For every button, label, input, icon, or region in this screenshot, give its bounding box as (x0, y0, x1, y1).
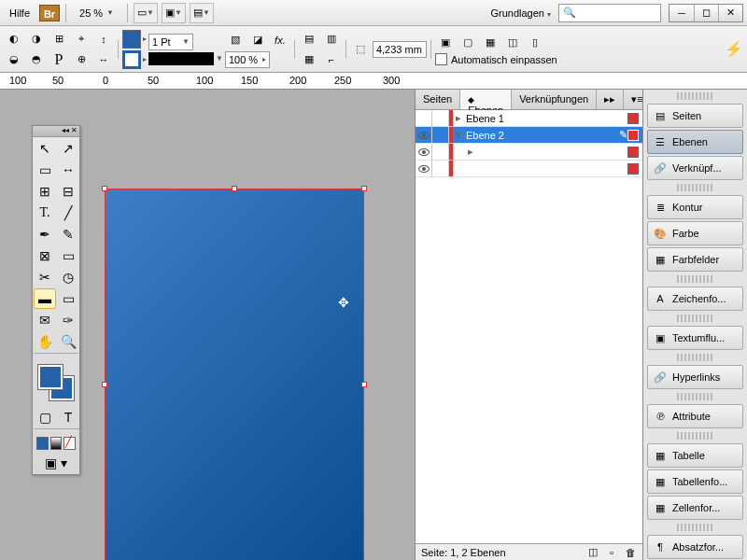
tool-icon-b4[interactable]: ⊕ (71, 50, 92, 69)
chevron-down-icon[interactable]: ▼ (216, 54, 223, 63)
zoom-dropdown[interactable]: 25 % ▼ (72, 7, 121, 19)
tab-ebenen[interactable]: ◆ Ebenen (460, 90, 512, 109)
stroke-swatch[interactable] (122, 50, 141, 69)
dock-button-verknpf[interactable]: 🔗Verknüpf... (647, 156, 743, 180)
lock-toggle[interactable] (432, 110, 449, 127)
opacity-field[interactable]: 100 %▸ (225, 51, 270, 68)
selection-proxy[interactable] (627, 130, 639, 141)
quick-apply-icon[interactable]: ⚡ (725, 40, 743, 58)
textwrap-icon-2[interactable]: ▥ (321, 30, 342, 49)
fitting-icon-2[interactable]: ▢ (458, 33, 478, 51)
view-mode-toggle[interactable]: ▣ ▾ (34, 453, 78, 473)
tool-icon-b5[interactable]: ↔ (93, 50, 114, 69)
selection-handle[interactable] (232, 186, 237, 191)
layer-row[interactable]: ▾Ebene 2✎ (416, 127, 642, 144)
tab-seiten[interactable]: Seiten (416, 90, 460, 109)
textwrap-icon-3[interactable]: ▦ (299, 50, 319, 69)
new-sublayer-icon[interactable]: ◫ (586, 546, 599, 559)
autofit-checkbox[interactable] (435, 53, 447, 65)
content-collector-tool[interactable]: ⊞ (34, 181, 56, 202)
eyedropper-tool[interactable]: ✑ (57, 310, 79, 330)
screen-mode-button[interactable]: ▣▼ (162, 3, 186, 23)
dock-button-hyperlinks[interactable]: 🔗Hyperlinks (647, 365, 743, 389)
fill-color[interactable] (38, 365, 63, 389)
gradient-swatch-tool[interactable]: ▬ (34, 288, 56, 309)
dock-grip[interactable] (677, 354, 713, 361)
textwrap-icon-1[interactable]: ▤ (299, 30, 319, 49)
gradient-feather-tool[interactable]: ▭ (57, 288, 79, 309)
line-tool[interactable]: ╱ (57, 203, 79, 223)
dropshadow-icon[interactable]: ◪ (247, 31, 268, 49)
fx-none-icon[interactable]: ▧ (225, 31, 246, 49)
gap-tool[interactable]: ↔ (57, 160, 79, 180)
dock-button-farbe[interactable]: 🎨Farbe (647, 221, 743, 245)
dock-button-tabelle[interactable]: ▦Tabelle (647, 443, 743, 468)
dock-grip[interactable] (677, 524, 713, 531)
page-tool[interactable]: ▭ (34, 160, 56, 180)
new-layer-icon[interactable]: ▫ (605, 546, 618, 559)
tool-icon-b2[interactable]: ◓ (26, 50, 47, 69)
stroke-weight-field[interactable]: 1 Pt▼ (148, 34, 193, 50)
apply-container-icon[interactable]: ▢ (34, 407, 56, 427)
bridge-button[interactable]: Br (39, 5, 60, 21)
apply-color[interactable] (36, 437, 49, 450)
tool-icon-b3[interactable]: P (49, 50, 69, 69)
dock-button-farbfelder[interactable]: ▦Farbfelder (647, 247, 743, 272)
dock-grip[interactable] (677, 92, 713, 100)
fill-swatch[interactable] (122, 30, 141, 49)
tool-icon-a3[interactable]: ⊞ (49, 30, 69, 49)
delete-layer-icon[interactable]: 🗑 (624, 546, 637, 559)
lock-toggle[interactable] (432, 127, 449, 144)
selection-proxy[interactable] (627, 163, 639, 175)
minimize-button[interactable]: ─ (669, 5, 694, 21)
fitting-icon-4[interactable]: ◫ (502, 33, 523, 51)
apply-gradient[interactable] (50, 437, 63, 450)
tool-icon-b1[interactable]: ◒ (4, 50, 24, 69)
disclosure-triangle[interactable]: ▸ (453, 112, 464, 124)
corner-size-field[interactable]: 4,233 mm (373, 41, 427, 58)
selection-handle[interactable] (102, 186, 107, 191)
dock-grip[interactable] (677, 275, 713, 283)
corner-options-icon[interactable]: ⬚ (350, 40, 371, 59)
scissors-tool[interactable]: ✂ (34, 267, 56, 287)
fitting-icon-5[interactable]: ▯ (525, 33, 545, 51)
selection-handle[interactable] (361, 382, 367, 387)
content-placer-tool[interactable]: ⊟ (57, 181, 79, 202)
close-button[interactable]: ✕ (718, 5, 742, 21)
view-options-button[interactable]: ▭▼ (134, 3, 158, 23)
dock-grip[interactable] (677, 315, 713, 322)
fx-button[interactable]: fx. (270, 31, 290, 49)
fill-stroke-proxy[interactable] (36, 363, 76, 402)
tool-icon-a5[interactable]: ↕ (93, 30, 114, 49)
visibility-toggle[interactable] (416, 127, 432, 144)
dock-button-textumflu[interactable]: ▣Textumflu... (647, 326, 743, 350)
selection-handle[interactable] (361, 186, 367, 191)
selection-handle[interactable] (102, 382, 107, 387)
chevron-down-icon[interactable]: ▸ (143, 55, 147, 63)
selection-tool[interactable]: ↖ (34, 138, 56, 159)
maximize-button[interactable]: ◻ (694, 5, 718, 21)
dock-button-zeichenfo[interactable]: AZeichenfo... (647, 287, 743, 311)
textwrap-icon-4[interactable]: ⌐ (321, 50, 342, 69)
visibility-toggle[interactable] (416, 110, 432, 127)
visibility-toggle[interactable] (416, 161, 432, 177)
direct-selection-tool[interactable]: ↗ (57, 138, 79, 159)
hand-tool[interactable]: ✋ (34, 331, 56, 352)
dock-grip[interactable] (677, 393, 713, 400)
layer-name[interactable]: Ebene 1 (464, 113, 627, 124)
tool-icon-a1[interactable]: ◐ (4, 30, 24, 49)
zoom-tool[interactable]: 🔍 (57, 331, 79, 352)
panel-collapse-icon[interactable]: ▸▸ (597, 90, 624, 109)
workspace-switcher[interactable]: Grundlagen ▾ (490, 7, 551, 19)
panel-collapse-bar[interactable]: ◂◂ ✕ (33, 126, 79, 137)
lock-toggle[interactable] (432, 144, 449, 161)
dock-grip[interactable] (677, 184, 713, 191)
layer-row[interactable]: ▸ (416, 144, 642, 161)
arrange-button[interactable]: ▤▼ (190, 3, 214, 23)
dock-button-zellenfor[interactable]: ▦Zellenfor... (647, 496, 743, 520)
visibility-toggle[interactable] (416, 144, 432, 161)
rectangle-tool[interactable]: ▭ (57, 245, 79, 266)
fitting-icon-3[interactable]: ▦ (480, 33, 500, 51)
transform-tool[interactable]: ◷ (57, 267, 79, 287)
search-input[interactable]: 🔍 (558, 4, 661, 22)
